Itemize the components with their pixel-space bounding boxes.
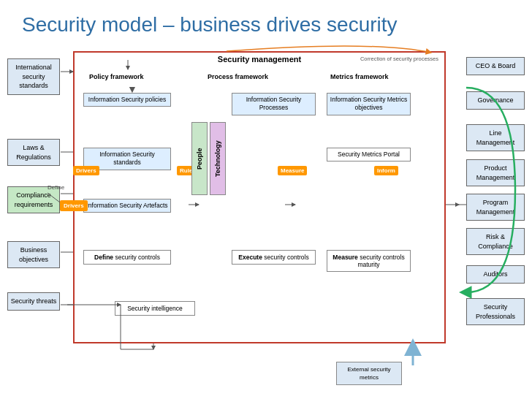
security-metrics-portal-box: Security Metrics Portal <box>327 148 411 162</box>
process-framework-header: Process framework <box>208 73 268 80</box>
technology-vertical-box: Technology <box>210 122 226 195</box>
risk-compliance-box: Risk & Compliance <box>466 228 525 255</box>
people-vertical-box: People <box>191 122 208 195</box>
slide: Security model – business drives securit… <box>0 0 532 399</box>
laws-regulations-box: Laws & Regulations <box>7 139 60 166</box>
program-management-box: Program Management <box>466 194 525 221</box>
security-professionals-box: Security Professionals <box>466 298 525 325</box>
ceo-board-box: CEO & Board <box>466 57 525 75</box>
line-management-box: Line Management <box>466 124 525 151</box>
info-security-policies-box: Information Security policies <box>83 93 171 107</box>
main-frame: Security management Correction of securi… <box>73 51 446 343</box>
intl-standards-box: International security standards <box>7 58 60 95</box>
define-security-controls-box: Define security controls <box>83 250 171 265</box>
inform-arrow-label: Inform <box>374 166 398 175</box>
product-management-box: Product Management <box>466 159 525 186</box>
info-security-artefacts-box: Information Security Artefacts <box>83 199 171 213</box>
external-metrics-box: External security metrics <box>336 362 402 385</box>
governance-box: Governance <box>466 91 525 110</box>
security-management-title: Security management <box>218 55 301 64</box>
define-label: Define <box>48 184 64 191</box>
correction-label: Correction of security processes <box>360 56 438 62</box>
info-security-processes-box: Information Security Processes <box>232 93 316 115</box>
auditors-box: Auditors <box>466 265 525 284</box>
measure-security-maturity-box: Measure security controls maturity <box>327 250 411 272</box>
execute-security-controls-box: Execute security controls <box>232 250 316 265</box>
diagram: International security standards Laws & … <box>7 44 525 376</box>
business-objectives-box: Business objectives <box>7 241 60 268</box>
info-security-metrics-box: Information Security Metrics objectives <box>327 93 411 115</box>
slide-title: Security model – business drives securit… <box>0 0 532 44</box>
drivers-label: Drivers <box>60 200 88 211</box>
measure-arrow-label: Measure <box>278 166 307 175</box>
policy-framework-header: Policy framework <box>89 73 144 80</box>
security-intelligence-box: Security intelligence <box>115 301 195 316</box>
security-threats-box: Security threats <box>7 292 60 311</box>
drivers-arrow-label: Drivers <box>73 166 99 175</box>
metrics-framework-header: Metrics framework <box>330 73 389 80</box>
